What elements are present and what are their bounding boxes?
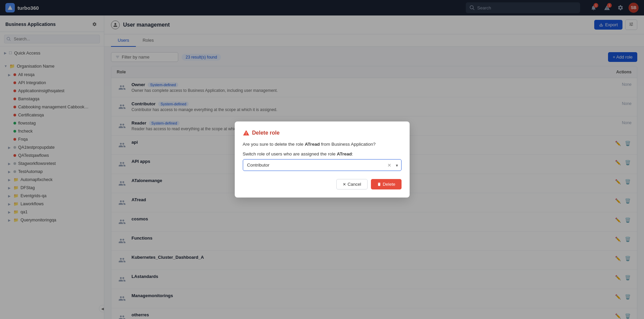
clear-select-icon[interactable]: ✕ (387, 163, 391, 168)
modal-warning-text1: Are you sure to delete the role (243, 142, 305, 147)
modal-switch-label3: : (352, 151, 353, 156)
delete-label: Delete (383, 182, 395, 187)
modal-title-text: Delete role (252, 130, 280, 136)
modal-select-wrap: Contributor Owner Reader ✕ ▾ (243, 159, 402, 171)
modal-switch-label1: Switch role of users who are assigned th… (243, 151, 337, 156)
role-switch-select[interactable]: Contributor Owner Reader (243, 159, 402, 171)
modal-warning-text2: from Business Application? (320, 142, 376, 147)
warning-icon (243, 130, 250, 136)
modal-switch-role-name: ATread (337, 151, 352, 156)
modal-body: Are you sure to delete the role ATread f… (243, 142, 402, 147)
cancel-x-icon: ✕ (343, 182, 346, 187)
cancel-label: Cancel (347, 182, 361, 187)
modal-title: Delete role (243, 130, 402, 136)
modal-footer: ✕ Cancel Delete (243, 179, 402, 189)
cancel-button[interactable]: ✕ Cancel (336, 179, 367, 189)
modal-switch-label: Switch role of users who are assigned th… (243, 151, 402, 156)
modal-overlay: Delete role Are you sure to delete the r… (0, 0, 644, 319)
delete-role-modal: Delete role Are you sure to delete the r… (235, 121, 410, 198)
modal-role-name-bold: ATread (305, 142, 320, 147)
delete-button[interactable]: Delete (371, 179, 402, 189)
trash-icon (377, 182, 381, 186)
